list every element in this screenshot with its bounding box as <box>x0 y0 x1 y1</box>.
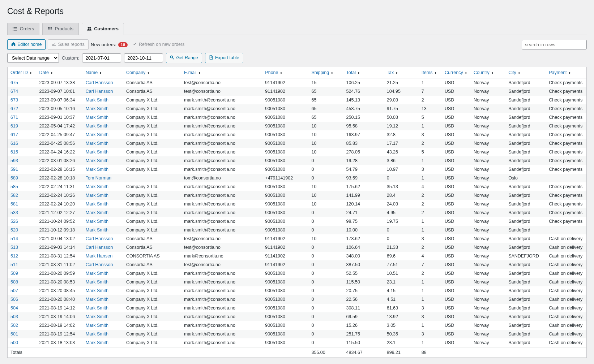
cell-name[interactable]: Mark Smith <box>83 217 123 226</box>
editor-home-button[interactable]: Editor home <box>7 39 46 50</box>
cell-name[interactable]: Carl Hansson <box>83 234 123 243</box>
cell-name[interactable]: Mark Smith <box>83 191 123 200</box>
cell-name[interactable]: Mark Smith <box>83 295 123 304</box>
cell-order_id[interactable]: 671 <box>8 113 37 122</box>
cell-name[interactable]: Mark Smith <box>83 278 123 286</box>
date-to-input[interactable] <box>124 53 163 62</box>
cell-order_id[interactable]: 512 <box>8 252 37 260</box>
cell-order_id[interactable]: 508 <box>8 278 37 286</box>
cell-name[interactable]: Mark Smith <box>83 148 123 156</box>
search-input[interactable] <box>522 40 587 49</box>
cell-name[interactable]: Mark Smith <box>83 104 123 113</box>
col-date[interactable]: Date ♦ <box>37 67 83 78</box>
cell-order_id[interactable]: 672 <box>8 104 37 113</box>
cell-order_id[interactable]: 582 <box>8 191 37 200</box>
cell-order_id[interactable]: 507 <box>8 286 37 295</box>
cell-order_id[interactable]: 617 <box>8 130 37 139</box>
cell-order_id[interactable]: 504 <box>8 304 37 312</box>
cell-name[interactable]: Tom Norman <box>83 174 123 182</box>
col-currency[interactable]: Currency ♦ <box>442 67 471 78</box>
cell-name[interactable]: Mark Smith <box>83 226 123 234</box>
cell-order_id[interactable]: 502 <box>8 321 37 330</box>
tab-orders[interactable]: Orders <box>7 23 39 35</box>
cell-name[interactable]: Carl Hansson <box>83 87 123 96</box>
cell-order_id[interactable]: 501 <box>8 330 37 338</box>
cell-name[interactable]: Mark Smith <box>83 156 123 165</box>
cell-name[interactable]: Mark Smith <box>83 208 123 217</box>
cell-total: 163.97 <box>343 130 384 139</box>
cell-name[interactable]: Mark Smith <box>83 338 123 347</box>
cell-name[interactable]: Mark Smith <box>83 321 123 330</box>
cell-name[interactable]: Mark Smith <box>83 182 123 191</box>
col-order_id[interactable]: Order ID ♦ <box>8 67 37 78</box>
cell-total: 348.00 <box>343 252 384 260</box>
cell-order_id[interactable]: 513 <box>8 243 37 252</box>
tab-products[interactable]: Products <box>42 23 79 35</box>
cell-name[interactable]: Mark Smith <box>83 122 123 130</box>
date-range-select[interactable]: Select Date range <box>7 53 59 63</box>
cell-name[interactable]: Mark Smith <box>83 330 123 338</box>
col-city[interactable]: City ♦ <box>505 67 546 78</box>
cell-order_id[interactable]: 581 <box>8 200 37 208</box>
export-table-button[interactable]: Export table <box>205 53 243 63</box>
cell-currency: USD <box>442 304 471 312</box>
date-from-input[interactable] <box>82 53 121 62</box>
refresh-toggle[interactable]: Refresh on new orders <box>133 42 184 47</box>
col-items[interactable]: Items ♦ <box>419 67 442 78</box>
get-range-button[interactable]: Get Range <box>166 53 202 63</box>
col-shipping[interactable]: Shipping ♦ <box>309 67 343 78</box>
cell-order_id[interactable]: 589 <box>8 174 37 182</box>
col-name[interactable]: Name ♦ <box>83 67 123 78</box>
cell-total: 52.55 <box>343 269 384 278</box>
cell-name[interactable]: Mark Smith <box>83 200 123 208</box>
cell-order_id[interactable]: 500 <box>8 338 37 347</box>
cell-name[interactable]: Mark Smith <box>83 312 123 321</box>
cell-name[interactable]: Mark Smith <box>83 165 123 174</box>
col-company[interactable]: Company ♦ <box>123 67 181 78</box>
col-tax[interactable]: Tax ♦ <box>384 67 419 78</box>
cell-order_id[interactable]: 514 <box>8 234 37 243</box>
cell-company: Company X Ltd. <box>123 208 181 217</box>
cell-company: Company X Ltd. <box>123 182 181 191</box>
cell-order_id[interactable]: 674 <box>8 87 37 96</box>
cell-order_id[interactable]: 503 <box>8 312 37 321</box>
cell-order_id[interactable]: 520 <box>8 226 37 234</box>
cell-city: Sandefjord <box>505 96 546 104</box>
cell-name[interactable]: Carl Hansson <box>83 260 123 269</box>
cell-name[interactable]: Mark Hansen <box>83 252 123 260</box>
cell-order_id[interactable]: 615 <box>8 148 37 156</box>
cell-payment: Check payments <box>546 96 586 104</box>
cell-name[interactable]: Mark Smith <box>83 130 123 139</box>
cell-name[interactable]: Mark Smith <box>83 139 123 148</box>
table-header-row: Order ID ♦Date ♦Name ♦Company ♦E.mail ♦P… <box>8 67 587 78</box>
cell-order_id[interactable]: 673 <box>8 96 37 104</box>
cell-order_id[interactable]: 509 <box>8 269 37 278</box>
col-total[interactable]: Total ♦ <box>343 67 384 78</box>
cell-name[interactable]: Mark Smith <box>83 96 123 104</box>
cell-name[interactable]: Mark Smith <box>83 269 123 278</box>
cell-city: Sandefjord <box>505 304 546 312</box>
col-country[interactable]: Country ♦ <box>471 67 505 78</box>
cell-order_id[interactable]: 585 <box>8 182 37 191</box>
cell-order_id[interactable]: 506 <box>8 295 37 304</box>
cell-order_id[interactable]: 533 <box>8 208 37 217</box>
cell-city: Sandefjord <box>505 182 546 191</box>
cell-order_id[interactable]: 616 <box>8 139 37 148</box>
cell-order_id[interactable]: 619 <box>8 122 37 130</box>
cell-name[interactable]: Carl Hansson <box>83 243 123 252</box>
cell-name[interactable]: Mark Smith <box>83 286 123 295</box>
cell-order_id[interactable]: 591 <box>8 165 37 174</box>
cell-name[interactable]: Mark Smith <box>83 304 123 312</box>
cell-order_id[interactable]: 675 <box>8 78 37 87</box>
cell-order_id[interactable]: 511 <box>8 260 37 269</box>
cell-name[interactable]: Carl Hansson <box>83 78 123 87</box>
cell-order_id[interactable]: 526 <box>8 217 37 226</box>
tab-customers[interactable]: Customers <box>82 23 124 35</box>
col-email[interactable]: E.mail ♦ <box>181 67 262 78</box>
cell-order_id[interactable]: 593 <box>8 156 37 165</box>
col-phone[interactable]: Phone ♦ <box>262 67 308 78</box>
svg-rect-7 <box>49 27 50 28</box>
cell-company: Company X Ltd. <box>123 217 181 226</box>
col-payment[interactable]: Payment ♦ <box>546 67 586 78</box>
cell-name[interactable]: Mark Smith <box>83 113 123 122</box>
